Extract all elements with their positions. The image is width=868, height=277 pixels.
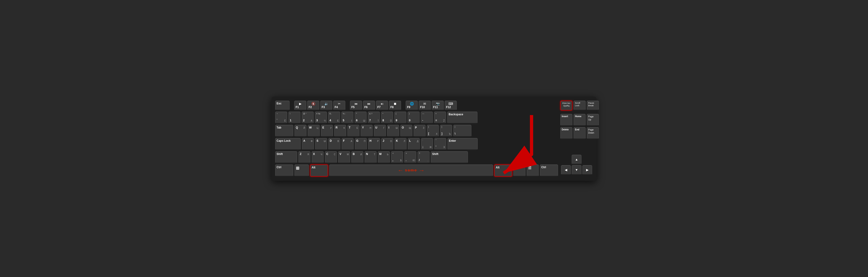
y-key[interactable]: Y Н (361, 125, 373, 137)
l-key[interactable]: L Д (408, 138, 420, 150)
shift-right-key[interactable]: Shift (431, 151, 468, 163)
arrow-right-key[interactable]: ▶ (582, 165, 592, 175)
backtick-key[interactable]: ~ ` Ё (275, 112, 287, 124)
f8-key[interactable]: ⏹ F8 (389, 101, 401, 110)
6-key[interactable]: ^ 6 Ш (354, 112, 367, 124)
b-key[interactable]: B И (351, 151, 364, 163)
f3-key[interactable]: 🔉 F3 (320, 101, 332, 110)
2-key[interactable]: @ " 2 А (302, 112, 314, 124)
f10-key[interactable]: ✉ F10 (419, 101, 431, 110)
arrow-keys: ▲ ◀ ▼ ▶ (560, 155, 593, 175)
f1-key[interactable]: ▶ F1 (294, 101, 306, 110)
win-key[interactable]: ⊞ (294, 165, 309, 177)
s-key[interactable]: S Ы (315, 138, 327, 150)
4-key[interactable]: $ ; 4 Е (328, 112, 340, 124)
fn-section-3: 🌐 F9 ✉ F10 📷 F11 ⌨ F12 (406, 101, 457, 110)
keyboard-main: Esc ▶ F1 🔇 F2 🔉 F3 ✂ F4 (275, 101, 558, 177)
1-key[interactable]: ! 1 (288, 112, 301, 124)
pagedown-key[interactable]: PageDown (587, 127, 599, 139)
comma-key[interactable]: < , Б (391, 151, 403, 163)
tab-key[interactable]: Tab (275, 125, 293, 137)
m-key[interactable]: M Ь (378, 151, 390, 163)
g-key[interactable]: G П (355, 138, 367, 150)
j-key[interactable]: J О (381, 138, 393, 150)
alt-left-key[interactable]: Alt (310, 165, 328, 177)
z-key[interactable]: Z Я (299, 151, 310, 163)
r-key[interactable]: R К (334, 125, 346, 137)
capslock-key[interactable]: Caps Lock (275, 138, 301, 150)
f4-key[interactable]: ✂ F4 (333, 101, 345, 110)
v-key[interactable]: V М (338, 151, 350, 163)
minus-key[interactable]: — - (421, 112, 433, 124)
w-key[interactable]: W Ц (308, 125, 320, 137)
end-key[interactable]: End (574, 127, 586, 139)
fn-key[interactable]: Fn (514, 165, 526, 177)
f7-key[interactable]: ⏯ F7 (376, 101, 388, 110)
c-key[interactable]: C С (325, 151, 337, 163)
right-nav-row2: Delete End PageDown (560, 127, 593, 139)
zxcv-row: Shift Z Я X Ч C С (275, 151, 558, 163)
k-key[interactable]: K Л (395, 138, 407, 150)
e-key[interactable]: E У (321, 125, 333, 137)
h-key[interactable]: H Р (368, 138, 380, 150)
q-key[interactable]: Q Й (294, 125, 307, 137)
period-key[interactable]: > . Ю (404, 151, 416, 163)
f-key[interactable]: F А (342, 138, 354, 150)
f6-key[interactable]: ⏭ F6 (363, 101, 375, 110)
alt-right-key[interactable]: Alt (494, 165, 512, 177)
pause-key[interactable]: PauseBreak (587, 101, 599, 110)
arrow-left-key[interactable]: ◀ (561, 165, 571, 175)
ctrl-left-key[interactable]: Ctrl (275, 165, 293, 177)
backslash-key[interactable]: | \ (453, 125, 471, 137)
home-key[interactable]: Home (574, 114, 586, 126)
9-key[interactable]: ( 9 (394, 112, 406, 124)
f11-key[interactable]: 📷 F11 (432, 101, 444, 110)
fn-section-2: ⏮ F5 ⏭ F6 ⏯ F7 ⏹ F8 (350, 101, 401, 110)
backspace-key[interactable]: Backspace (447, 112, 477, 124)
rbracket-key[interactable]: } ] Ъ (440, 125, 452, 137)
menu-key[interactable]: ☰ (527, 165, 539, 177)
8-key[interactable]: * 8 Ū (381, 112, 393, 124)
0-key[interactable]: ) 0 (407, 112, 420, 124)
equals-key[interactable]: + = Ž (434, 112, 446, 124)
spacebar-key[interactable]: ← same → (329, 165, 493, 177)
printscr-key[interactable]: Print ScrSysRq (560, 101, 572, 110)
bottom-row: Ctrl ⊞ Alt ← same → Alt Fn (275, 165, 558, 177)
x-key[interactable]: X Ч (312, 151, 324, 163)
5-key[interactable]: % : 5 І (341, 112, 353, 124)
lbracket-key[interactable]: { [ Х (427, 125, 439, 137)
quote-key[interactable]: " ' Э (434, 138, 446, 150)
insert-key[interactable]: Insert (560, 114, 572, 126)
arrow-down-key[interactable]: ▼ (572, 165, 582, 175)
p-key[interactable]: P З (413, 125, 426, 137)
scrolllock-key[interactable]: ScrollLock (574, 101, 586, 110)
t-key[interactable]: T Е (347, 125, 360, 137)
asdf-row: Caps Lock A Ф S Ы D В (275, 138, 558, 150)
right-panel: Print ScrSysRq ScrollLock PauseBreak Ins… (560, 101, 593, 177)
u-key[interactable]: U Г (374, 125, 386, 137)
a-key[interactable]: A Ф (302, 138, 314, 150)
semicolon-key[interactable]: : ; Ж (421, 138, 433, 150)
f12-key[interactable]: ⌨ F12 (445, 101, 457, 110)
f2-key[interactable]: 🔇 F2 (307, 101, 319, 110)
fn-key-row: Esc ▶ F1 🔇 F2 🔉 F3 ✂ F4 (275, 101, 558, 110)
7-key[interactable]: & ? 7 Ї (368, 112, 380, 124)
right-middle-spacer (560, 140, 593, 153)
f5-key[interactable]: ⏮ F5 (350, 101, 362, 110)
3-key[interactable]: # № 3 Ч (315, 112, 327, 124)
o-key[interactable]: O Щ (400, 125, 412, 137)
slash-key[interactable]: ? / . (417, 151, 430, 163)
f9-key[interactable]: 🌐 F9 (406, 101, 418, 110)
enter-key[interactable]: Enter (447, 138, 478, 150)
esc-key[interactable]: Esc (275, 101, 289, 110)
i-key[interactable]: I Ш (387, 125, 399, 137)
d-key[interactable]: D В (328, 138, 340, 150)
pageup-key[interactable]: PageUp (587, 114, 599, 126)
ctrl-right-key[interactable]: Ctrl (540, 165, 558, 177)
shift-left-key[interactable]: Shift (275, 151, 297, 163)
delete-key[interactable]: Delete (560, 127, 572, 139)
right-spacer (560, 112, 593, 113)
n-key[interactable]: N Т (365, 151, 377, 163)
number-row: ~ ` Ё ! 1 @ " 2 А # № (275, 112, 558, 124)
arrow-up-key[interactable]: ▲ (572, 155, 582, 165)
